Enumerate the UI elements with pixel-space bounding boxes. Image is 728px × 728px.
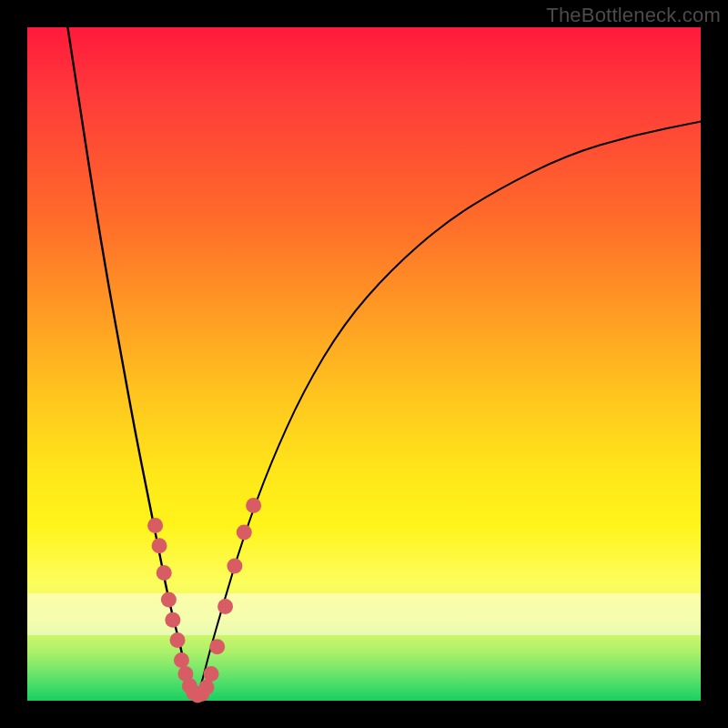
data-dot xyxy=(152,538,167,553)
data-dot xyxy=(246,498,261,513)
data-dot xyxy=(174,652,189,668)
data-dot xyxy=(161,592,177,608)
data-dot xyxy=(209,639,225,654)
data-dot xyxy=(227,559,242,574)
data-dot xyxy=(217,599,233,614)
watermark-text: TheBottleneck.com xyxy=(546,4,721,27)
data-dot xyxy=(198,680,214,695)
data-dot xyxy=(147,518,163,533)
data-dot xyxy=(157,565,172,581)
data-dot xyxy=(170,632,186,648)
curve-left-arm xyxy=(67,27,196,701)
data-dot xyxy=(204,666,219,682)
chart-stage: TheBottleneck.com xyxy=(0,0,728,728)
data-dots-group xyxy=(147,498,261,703)
data-dot xyxy=(165,612,180,628)
curves-layer xyxy=(27,27,701,701)
curve-right-arm xyxy=(196,122,701,701)
plot-area xyxy=(27,27,701,701)
data-dot xyxy=(237,525,252,541)
